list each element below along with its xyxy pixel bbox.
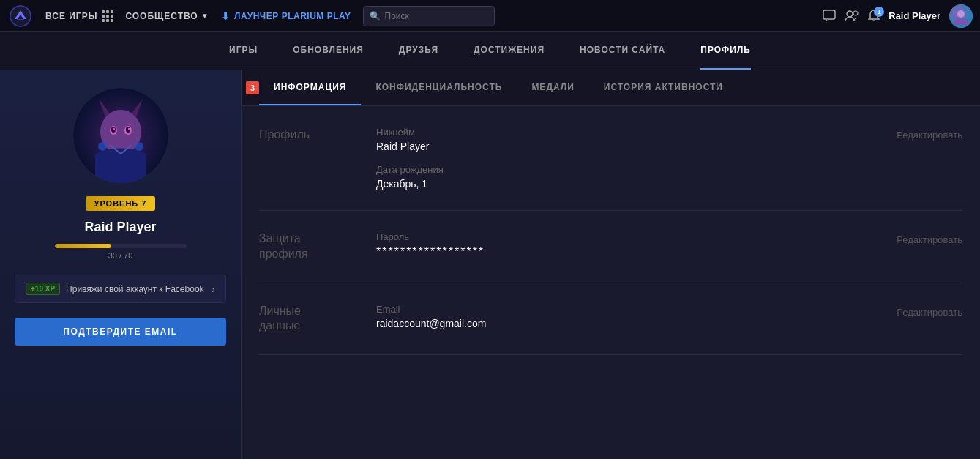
xp-bar-fill	[55, 244, 111, 248]
main-content: УРОВЕНЬ 7 Raid Player 30 / 70 +10 XP При…	[0, 70, 980, 459]
sec-nav-profile[interactable]: ПРОФИЛЬ	[700, 32, 751, 70]
profile-tabs: 3 ИНФОРМАЦИЯ КОНФИДЕНЦИАЛЬНОСТЬ МЕДАЛИ И…	[242, 70, 980, 106]
field-label-email: Email	[376, 304, 867, 315]
section-fields-personal: Email raidaccount@gmail.com	[376, 304, 867, 335]
svg-point-16	[135, 142, 143, 151]
chevron-right-icon: ›	[212, 283, 215, 295]
field-label-password: Пароль	[376, 231, 867, 242]
tab-information[interactable]: ИНФОРМАЦИЯ	[259, 70, 361, 105]
nav-launcher[interactable]: ⬇ ЛАУНЧЕР PLARIUM PLAY	[221, 10, 351, 22]
chevron-down-icon: ▼	[201, 12, 209, 20]
sidebar-username: Raid Player	[84, 220, 156, 235]
svg-point-2	[847, 11, 853, 17]
nav-all-games[interactable]: ВСЕ ИГРЫ	[45, 10, 113, 22]
edit-security-button[interactable]: Редактировать	[897, 231, 962, 262]
username-topnav[interactable]: Raid Player	[889, 10, 940, 21]
field-value-nickname: Raid Player	[376, 141, 867, 152]
tab-medals[interactable]: МЕДАЛИ	[517, 70, 588, 105]
user-avatar[interactable]	[949, 4, 973, 28]
top-nav-right: 1 Raid Player	[823, 4, 973, 28]
avatar-image	[73, 88, 168, 183]
logo[interactable]	[7, 3, 34, 29]
field-value-password: ******************	[376, 245, 867, 258]
field-label-birthday: Дата рождения	[376, 164, 867, 175]
top-nav: ВСЕ ИГРЫ СООБЩЕСТВО ▼ ⬇ ЛАУНЧЕР PLARIUM …	[0, 0, 980, 32]
field-birthday: Дата рождения Декабрь, 1	[376, 164, 867, 190]
profile-avatar[interactable]	[73, 88, 168, 183]
field-email: Email raidaccount@gmail.com	[376, 304, 867, 329]
sidebar: УРОВЕНЬ 7 Raid Player 30 / 70 +10 XP При…	[0, 70, 242, 459]
section-label-personal: Личныеданные	[259, 304, 347, 335]
tab-activity-history[interactable]: ИСТОРИЯ АКТИВНОСТИ	[589, 70, 738, 105]
tab-privacy[interactable]: КОНФИДЕНЦИАЛЬНОСТЬ	[361, 70, 517, 105]
field-password: Пароль ******************	[376, 231, 867, 258]
svg-point-0	[10, 6, 31, 26]
profile-content: 3 ИНФОРМАЦИЯ КОНФИДЕНЦИАЛЬНОСТЬ МЕДАЛИ И…	[242, 70, 980, 459]
annotation-3: 3	[246, 81, 259, 94]
svg-point-13	[113, 128, 115, 130]
field-value-email: raidaccount@gmail.com	[376, 318, 867, 329]
xp-bar-track	[55, 244, 187, 248]
xp-bar-container: 30 / 70	[55, 244, 187, 260]
facebook-promo[interactable]: +10 XP Привяжи свой аккаунт к Facebook ›	[15, 275, 226, 303]
grid-icon	[102, 10, 113, 22]
svg-point-15	[98, 142, 107, 151]
all-games-label: ВСЕ ИГРЫ	[45, 11, 97, 21]
email-confirm-button[interactable]: ПОДТВЕРДИТЕ EMAIL	[15, 318, 226, 346]
svg-point-3	[853, 11, 858, 15]
field-nickname: Никнейм Raid Player	[376, 127, 867, 152]
edit-profile-button[interactable]: Редактировать	[897, 127, 962, 190]
section-label-profile: Профиль	[259, 127, 347, 190]
launcher-label: ЛАУНЧЕР PLARIUM PLAY	[234, 11, 351, 21]
search-box: 🔍	[363, 6, 495, 26]
xp-label: 30 / 70	[55, 251, 187, 260]
sec-nav-games[interactable]: ИГРЫ	[229, 32, 258, 70]
sec-nav-achievements[interactable]: ДОСТИЖЕНИЯ	[474, 32, 545, 70]
field-value-birthday: Декабрь, 1	[376, 178, 867, 190]
xp-tag: +10 XP	[26, 283, 60, 295]
profile-section-profile: Профиль Никнейм Raid Player Дата рождени…	[259, 106, 962, 211]
search-icon: 🔍	[370, 11, 381, 21]
secondary-nav: ИГРЫ ОБНОВЛЕНИЯ ДРУЗЬЯ ДОСТИЖЕНИЯ НОВОСТ…	[0, 32, 980, 70]
svg-rect-1	[823, 10, 835, 19]
download-icon: ⬇	[221, 10, 231, 22]
search-input[interactable]	[385, 11, 488, 21]
friends-icon-btn[interactable]	[845, 10, 859, 23]
svg-point-12	[126, 127, 130, 133]
svg-point-11	[111, 127, 116, 133]
section-label-security: Защита профиля	[259, 231, 347, 262]
sec-nav-updates[interactable]: ОБНОВЛЕНИЯ	[293, 32, 364, 70]
profile-sections: Профиль Никнейм Raid Player Дата рождени…	[242, 106, 980, 355]
nav-community[interactable]: СООБЩЕСТВО ▼	[125, 11, 209, 21]
profile-section-security: Защита профиля Пароль ******************…	[259, 211, 962, 283]
facebook-text: Привяжи свой аккаунт к Facebook	[66, 284, 206, 294]
notification-badge: 1	[874, 7, 884, 17]
svg-point-5	[957, 10, 965, 18]
edit-personal-button[interactable]: Редактировать	[897, 304, 962, 335]
sec-nav-friends[interactable]: ДРУЗЬЯ	[399, 32, 438, 70]
chat-icon-btn[interactable]	[823, 10, 836, 23]
level-badge: УРОВЕНЬ 7	[86, 196, 156, 211]
profile-section-personal: Личныеданные Email raidaccount@gmail.com…	[259, 283, 962, 356]
svg-point-14	[128, 128, 130, 130]
sec-nav-news[interactable]: НОВОСТИ САЙТА	[580, 32, 665, 70]
notifications-icon-btn[interactable]: 1	[868, 10, 880, 23]
section-fields-profile: Никнейм Raid Player Дата рождения Декабр…	[376, 127, 867, 190]
community-label: СООБЩЕСТВО	[125, 11, 198, 21]
section-fields-security: Пароль ******************	[376, 231, 867, 262]
field-label-nickname: Никнейм	[376, 127, 867, 138]
